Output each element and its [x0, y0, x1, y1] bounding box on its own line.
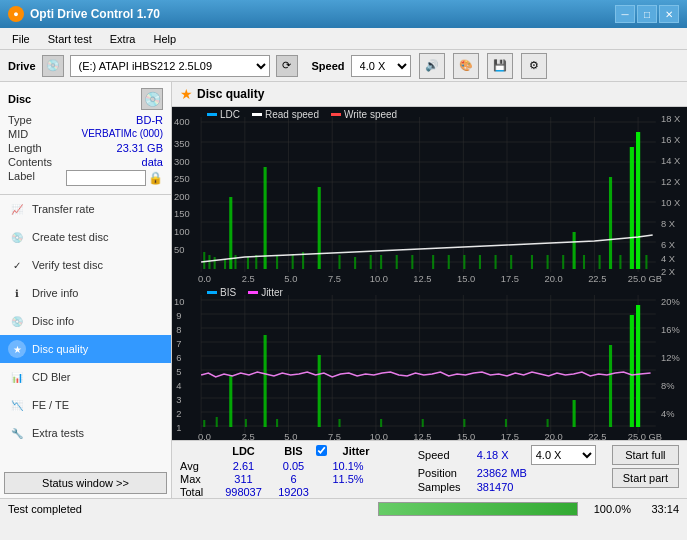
- start-part-button[interactable]: Start part: [612, 468, 679, 488]
- drive-eject-icon[interactable]: 💿: [42, 55, 64, 77]
- svg-text:350: 350: [174, 139, 190, 149]
- speed-select[interactable]: 4.0 X 1.0 X 2.0 X 6.0 X 8.0 X: [351, 55, 411, 77]
- svg-text:20.0: 20.0: [544, 274, 562, 284]
- svg-text:8 X: 8 X: [661, 219, 675, 229]
- svg-text:4%: 4%: [661, 409, 675, 419]
- stats-total-ldc: 998037: [216, 486, 271, 498]
- sidebar-item-verify-test-disc[interactable]: ✓ Verify test disc: [0, 251, 171, 279]
- speed-label: Speed: [312, 60, 345, 72]
- menu-extra[interactable]: Extra: [102, 31, 144, 47]
- sidebar-item-label-fe-te: FE / TE: [32, 399, 69, 411]
- app-icon: ●: [8, 6, 24, 22]
- svg-text:10: 10: [174, 297, 184, 307]
- svg-rect-68: [448, 255, 450, 269]
- svg-text:7: 7: [176, 339, 181, 349]
- stats-max-jitter: 11.5%: [316, 473, 380, 485]
- svg-rect-137: [276, 419, 278, 427]
- svg-rect-147: [630, 315, 634, 427]
- svg-text:150: 150: [174, 209, 190, 219]
- menu-file[interactable]: File: [4, 31, 38, 47]
- extra-tests-icon: 🔧: [8, 424, 26, 442]
- sidebar-item-cd-bler[interactable]: 📊 CD Bler: [0, 363, 171, 391]
- color-icon-btn[interactable]: 🎨: [453, 53, 479, 79]
- stats-col-bis: BIS: [271, 445, 316, 458]
- sidebar-item-label-drive-info: Drive info: [32, 287, 78, 299]
- svg-rect-139: [338, 419, 340, 427]
- svg-rect-50: [214, 257, 216, 269]
- sidebar-item-extra-tests[interactable]: 🔧 Extra tests: [0, 419, 171, 447]
- disc-quality-title: Disc quality: [197, 87, 264, 101]
- svg-rect-69: [463, 255, 465, 269]
- svg-rect-72: [510, 255, 512, 269]
- svg-text:4 X: 4 X: [661, 254, 675, 264]
- svg-rect-71: [495, 255, 497, 269]
- menu-start-test[interactable]: Start test: [40, 31, 100, 47]
- svg-rect-145: [573, 400, 576, 427]
- status-window-button[interactable]: Status window >>: [4, 472, 167, 494]
- stats-table: LDC BIS Jitter Avg 2.61 0.05 10.1%: [180, 445, 418, 498]
- svg-rect-56: [264, 167, 267, 269]
- status-time: 33:14: [639, 503, 679, 515]
- sidebar-item-disc-info[interactable]: 💿 Disc info: [0, 307, 171, 335]
- svg-text:12%: 12%: [661, 353, 680, 363]
- settings-icon-btn[interactable]: ⚙: [521, 53, 547, 79]
- stats-avg-jitter: 10.1%: [316, 460, 380, 472]
- svg-text:4: 4: [176, 381, 181, 391]
- maximize-button[interactable]: □: [637, 5, 657, 23]
- disc-mid-value: VERBATIMc (000): [82, 128, 164, 140]
- svg-rect-74: [547, 255, 549, 269]
- close-button[interactable]: ✕: [659, 5, 679, 23]
- svg-rect-65: [396, 255, 398, 269]
- svg-rect-63: [370, 255, 372, 269]
- disc-type-row: Type BD-R: [8, 114, 163, 126]
- svg-text:250: 250: [174, 174, 190, 184]
- svg-rect-54: [247, 257, 249, 269]
- stats-avg-row: Avg 2.61 0.05 10.1%: [180, 460, 418, 472]
- svg-text:6: 6: [176, 353, 181, 363]
- start-full-button[interactable]: Start full: [612, 445, 679, 465]
- jitter-checkbox[interactable]: [316, 445, 327, 456]
- save-icon-btn[interactable]: 💾: [487, 53, 513, 79]
- disc-info-icon: 💿: [8, 312, 26, 330]
- sidebar-item-transfer-rate[interactable]: 📈 Transfer rate: [0, 195, 171, 223]
- position-label: Position: [418, 467, 473, 479]
- content-area: ★ Disc quality LDC Read speed: [172, 82, 687, 498]
- minimize-button[interactable]: ─: [615, 5, 635, 23]
- svg-rect-67: [432, 255, 434, 269]
- svg-rect-61: [338, 255, 340, 269]
- svg-rect-73: [531, 255, 533, 269]
- svg-rect-143: [505, 419, 507, 427]
- bottom-chart-svg: 10 9 8 7 6 5 4 3 2 1 20% 16% 12% 8% 4%: [172, 285, 687, 440]
- disc-label-input[interactable]: [66, 170, 146, 186]
- drive-select[interactable]: (E:) ATAPI iHBS212 2.5L09: [70, 55, 270, 77]
- stats-speed-select[interactable]: 4.0 X 1.0 X 2.0 X: [531, 445, 596, 465]
- svg-rect-81: [630, 147, 634, 269]
- svg-text:10.0: 10.0: [370, 274, 388, 284]
- progress-bar-fill: [379, 503, 577, 515]
- sidebar-item-drive-info[interactable]: ℹ Drive info: [0, 279, 171, 307]
- svg-text:12.5: 12.5: [413, 432, 431, 440]
- sidebar-item-label-cd-bler: CD Bler: [32, 371, 71, 383]
- menu-bar: File Start test Extra Help: [0, 28, 687, 50]
- svg-rect-49: [208, 255, 210, 269]
- sidebar-item-fe-te[interactable]: 📉 FE / TE: [0, 391, 171, 419]
- svg-rect-141: [422, 419, 424, 427]
- svg-text:15.0: 15.0: [457, 432, 475, 440]
- svg-text:22.5: 22.5: [588, 274, 606, 284]
- svg-rect-148: [636, 305, 640, 427]
- svg-text:2: 2: [176, 409, 181, 419]
- drive-info-icon: ℹ: [8, 284, 26, 302]
- speed-value-stat: 4.18 X: [477, 449, 527, 461]
- svg-rect-51: [224, 259, 226, 269]
- stats-max-row: Max 311 6 11.5%: [180, 473, 418, 485]
- status-percent: 100.0%: [586, 503, 631, 515]
- menu-help[interactable]: Help: [145, 31, 184, 47]
- disc-length-label: Length: [8, 142, 42, 154]
- stats-avg-label: Avg: [180, 460, 216, 472]
- svg-rect-48: [203, 252, 205, 269]
- disc-label-icon[interactable]: 🔒: [148, 171, 163, 185]
- sidebar-item-disc-quality[interactable]: ★ Disc quality: [0, 335, 171, 363]
- sidebar-item-create-test-disc[interactable]: 💿 Create test disc: [0, 223, 171, 251]
- drive-refresh-icon[interactable]: ⟳: [276, 55, 298, 77]
- speed-icon-btn[interactable]: 🔊: [419, 53, 445, 79]
